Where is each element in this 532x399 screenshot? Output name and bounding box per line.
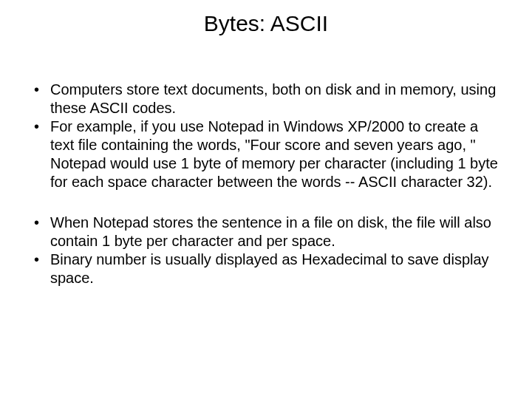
bullet-item: Computers store text documents, both on … [30, 81, 502, 117]
bullet-list: Computers store text documents, both on … [30, 81, 502, 191]
bullet-item: Binary number is usually displayed as He… [30, 250, 502, 287]
slide-title: Bytes: ASCII [30, 11, 502, 36]
slide: Bytes: ASCII Computers store text docume… [0, 0, 532, 399]
bullet-item: For example, if you use Notepad in Windo… [30, 117, 502, 191]
bullet-list: When Notepad stores the sentence in a fi… [30, 214, 502, 287]
paragraph-gap [30, 191, 502, 214]
bullet-item: When Notepad stores the sentence in a fi… [30, 214, 502, 250]
